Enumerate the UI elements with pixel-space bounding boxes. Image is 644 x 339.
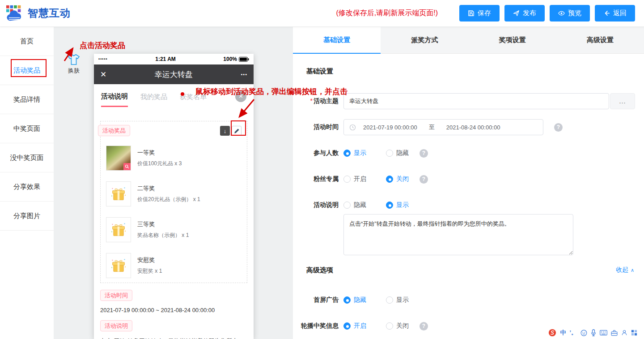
toolbox-icon[interactable] xyxy=(611,329,618,337)
help-icon[interactable]: ? xyxy=(419,175,428,184)
desc-section: 活动说明 xyxy=(100,320,247,331)
prize-row: 三等奖 奖品名称（示例） x 1 xyxy=(106,217,242,242)
preview-panel: 换肤 ••••• 1:21 AM 100% ✕ 幸运大转盘 ••• xyxy=(54,27,293,339)
radio-dot xyxy=(386,296,393,304)
time-separator: 至 xyxy=(429,123,435,131)
tab-basic-settings[interactable]: 基础设置 xyxy=(293,27,381,54)
sidebar-item-label: 分享图片 xyxy=(13,212,40,220)
radio-off[interactable]: 关闭 xyxy=(386,322,409,330)
app: 智慧互动 (修改保存后,请刷新展示端页面!) 保存 发布 xyxy=(0,0,644,339)
phone-nav-title: 幸运大转盘 xyxy=(106,69,241,80)
prize-desc: 价值20元礼品（示例） x 1 xyxy=(137,196,200,203)
prize-desc: 安慰奖 x 1 xyxy=(137,267,162,275)
move-down-button[interactable]: ↓ xyxy=(220,126,230,136)
field-fans-only: 粉丝专属 开启 关闭 ? xyxy=(293,171,644,187)
sidebar-item-label: 奖品详情 xyxy=(13,95,40,104)
tab-label: 奖项设置 xyxy=(499,36,526,44)
sidebar-item-activity-prizes[interactable]: 活动奖品 xyxy=(0,56,54,85)
radio-hide[interactable]: 隐藏 xyxy=(343,201,366,209)
sogou-logo-icon[interactable] xyxy=(548,329,556,337)
radio-off[interactable]: 关闭 xyxy=(386,175,409,183)
annotation-note-hover-edit: 鼠标移动到活动奖品，弹出编辑按钮，并点击 xyxy=(195,86,347,97)
activity-desc-textarea[interactable]: 点击“开始”转盘开始转动，最终指针指着的即为您所中的奖品。 xyxy=(343,214,573,255)
activity-time-value: 2021-07-19 00:00:00 ~ 2021-08-24 00:00:0… xyxy=(100,307,247,313)
tab-prize-settings[interactable]: 奖项设置 xyxy=(469,27,556,54)
ime-language-toggle[interactable]: 中 xyxy=(560,329,566,337)
first-ad-radio-group: 隐藏 显示 xyxy=(343,296,409,304)
battery-indicator: 100% xyxy=(223,56,249,62)
brand[interactable]: 智慧互动 xyxy=(5,4,71,22)
help-icon[interactable]: ? xyxy=(419,322,428,330)
down-arrow-icon: ↓ xyxy=(224,128,227,134)
app-logo-icon xyxy=(5,4,24,22)
back-button[interactable]: 返回 xyxy=(595,5,635,21)
radio-hide[interactable]: 隐藏 xyxy=(386,149,409,157)
time-end: 2021-08-24 00:00:00 xyxy=(446,124,500,131)
help-icon[interactable]: ? xyxy=(554,123,563,132)
emoji-icon[interactable] xyxy=(580,329,587,337)
change-skin-button[interactable]: 换肤 xyxy=(67,54,80,75)
time-start: 2021-07-19 00:00:00 xyxy=(363,124,417,131)
activity-theme-input[interactable] xyxy=(343,93,609,109)
radio-on[interactable]: 开启 xyxy=(343,175,366,183)
tab-award-method[interactable]: 派奖方式 xyxy=(381,27,468,54)
ime-toolbar: 中 ’。 xyxy=(546,328,640,338)
menu-dots-icon[interactable]: ••• xyxy=(241,72,247,77)
annotation-dot xyxy=(181,92,184,96)
prize-photo xyxy=(106,146,131,171)
grid-icon[interactable] xyxy=(631,329,637,337)
field-label: *活动主题 xyxy=(300,97,339,105)
prize-name: 一等奖 xyxy=(137,149,182,157)
radio-dot xyxy=(386,322,393,330)
settings-panel: 基础设置 派奖方式 奖项设置 高级设置 基础设置 *活动主题 … xyxy=(293,27,644,339)
sidebar-item-home[interactable]: 首页 xyxy=(0,27,54,56)
radio-show[interactable]: 显示 xyxy=(386,201,409,209)
theme-more-button[interactable]: … xyxy=(610,93,635,109)
basic-settings-heading: 基础设置 xyxy=(293,67,644,76)
tab-label: 派奖方式 xyxy=(411,36,438,44)
save-button[interactable]: 保存 xyxy=(459,5,500,21)
prize-list-block: 活动奖品 ↓ xyxy=(100,121,247,283)
ellipsis-icon: … xyxy=(619,97,627,105)
radio-hide[interactable]: 隐藏 xyxy=(343,296,366,304)
battery-percent: 100% xyxy=(223,56,237,62)
radio-dot xyxy=(386,176,393,183)
prize-text: 安慰奖 安慰奖 x 1 xyxy=(137,256,162,275)
tshirt-icon xyxy=(67,54,80,65)
sidebar-item-no-win-page[interactable]: 没中奖页面 xyxy=(0,143,54,172)
preview-button[interactable]: 预览 xyxy=(550,5,590,21)
desc-radio-group: 隐藏 显示 xyxy=(343,201,409,209)
time-range-picker[interactable]: 2021-07-19 00:00:00 至 2021-08-24 00:00:0… xyxy=(343,119,543,135)
sidebar-item-share-image[interactable]: 分享图片 xyxy=(0,202,54,231)
sidebar-item-win-page[interactable]: 中奖页面 xyxy=(0,114,54,143)
collapse-button[interactable]: 收起 ∧ xyxy=(616,266,634,274)
edit-button[interactable] xyxy=(232,126,242,136)
radio-dot xyxy=(386,202,393,209)
publish-icon xyxy=(513,10,520,17)
prize-row: 一等奖 价值100元礼品 x 3 xyxy=(106,146,242,171)
prize-desc: 奖品名称（示例） x 1 xyxy=(137,232,189,239)
phone-tab-my-prizes[interactable]: 我的奖品 xyxy=(140,86,167,106)
mic-icon[interactable] xyxy=(591,329,596,337)
radio-show[interactable]: 显示 xyxy=(386,296,409,304)
close-icon[interactable]: ✕ xyxy=(100,70,106,79)
help-icon[interactable]: ? xyxy=(419,149,428,158)
time-section-tag: 活动时间 xyxy=(100,290,132,301)
tab-advanced-settings[interactable]: 高级设置 xyxy=(556,27,644,54)
ime-punctuation-toggle[interactable]: ’。 xyxy=(569,329,577,337)
phone-tab-activity-desc[interactable]: 活动说明 xyxy=(101,86,128,107)
user-icon[interactable] xyxy=(621,329,627,337)
tab-label: 高级设置 xyxy=(587,36,614,44)
publish-button-label: 发布 xyxy=(523,9,536,17)
sidebar-item-label: 没中奖页面 xyxy=(10,154,44,162)
radio-show[interactable]: 显示 xyxy=(343,149,366,157)
sidebar-item-share-effect[interactable]: 分享效果 xyxy=(0,172,54,202)
keyboard-icon[interactable] xyxy=(600,329,607,337)
radio-on[interactable]: 开启 xyxy=(343,322,366,330)
magnifier-badge-icon[interactable] xyxy=(123,163,131,170)
sidebar-item-prize-details[interactable]: 奖品详情 xyxy=(0,85,54,114)
publish-button[interactable]: 发布 xyxy=(504,5,545,21)
phone-navbar: ✕ 幸运大转盘 ••• xyxy=(94,64,254,84)
save-icon xyxy=(468,10,475,17)
preview-button-label: 预览 xyxy=(568,9,581,17)
